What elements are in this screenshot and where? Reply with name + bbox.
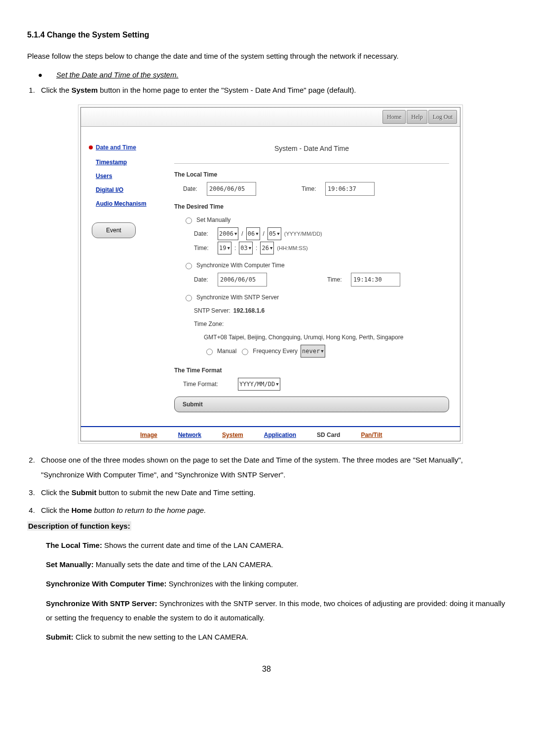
- label: Time Format:: [183, 378, 235, 390]
- text: Click the: [41, 488, 72, 497]
- sntp-server-label: SNTP Server:: [194, 305, 230, 317]
- label: Date:: [194, 228, 215, 240]
- local-time-field: 19:06:37: [325, 182, 375, 196]
- timezone-value: GMT+08 Taipei, Beijing, Chongquing, Urum…: [204, 331, 403, 343]
- computer-time-field: 19:14:30: [351, 273, 400, 287]
- timezone-label: Time Zone:: [194, 318, 224, 330]
- text: button in the home page to enter the "Sy…: [98, 86, 356, 94]
- sntp-manual-label: Manual: [217, 345, 236, 357]
- frequency-select[interactable]: never▼: [301, 345, 325, 358]
- step-2: Choose one of the three modes shown on t…: [37, 453, 506, 482]
- minute-select[interactable]: 03▼: [239, 242, 253, 254]
- bottomnav-application[interactable]: Application: [264, 429, 296, 441]
- step-3: Click the Submit button to submit the ne…: [37, 485, 506, 500]
- chevron-down-icon: ▼: [321, 347, 323, 356]
- text: button to return to the home page.: [92, 506, 206, 514]
- keyword: Home: [72, 506, 92, 514]
- label: Time:: [194, 242, 215, 254]
- mode-computer-label: Synchronize With Computer Time: [196, 259, 285, 271]
- chevron-down-icon: ▼: [276, 380, 278, 389]
- local-time-label: The Local Time: [174, 169, 449, 180]
- definition: Synchronizes with the linking computer.: [167, 579, 299, 588]
- sidebar: Date and Time Timestamp Users Digital I/…: [81, 127, 171, 426]
- keyword: Submit: [72, 488, 97, 497]
- definition: Manually sets the date and time of the L…: [94, 560, 273, 569]
- sntp-manual-radio[interactable]: [206, 349, 213, 355]
- sidebar-item-audio[interactable]: Audio Mechanism: [96, 198, 165, 210]
- home-button[interactable]: Home: [382, 110, 406, 124]
- text: button to submit the new Date and Time s…: [97, 488, 256, 497]
- time-hint: (HH:MM:SS): [277, 243, 307, 253]
- term: The Local Time:: [46, 541, 102, 549]
- help-button[interactable]: Help: [407, 110, 427, 124]
- time-format-select[interactable]: YYYY/MM/DD▼: [238, 378, 280, 391]
- term: Set Manually:: [46, 560, 94, 569]
- mode-computer-radio[interactable]: [186, 263, 192, 269]
- local-date-field: 2006/06/05: [207, 182, 256, 196]
- mode-manual-label: Set Manually: [196, 214, 230, 226]
- label: Time:: [302, 183, 322, 195]
- section-heading: 5.1.4 Change the System Setting: [27, 30, 506, 40]
- second-select[interactable]: 26▼: [260, 242, 274, 254]
- screenshot-figure: Home Help Log Out Date and Time Timestam…: [78, 105, 463, 444]
- top-bar: Home Help Log Out: [81, 108, 460, 127]
- hour-select[interactable]: 19▼: [218, 242, 231, 254]
- sntp-server-value: 192.168.1.6: [233, 305, 265, 317]
- main-panel: System - Date And Time The Local Time Da…: [171, 127, 460, 426]
- text: Click the: [41, 86, 72, 94]
- sidebar-item-timestamp[interactable]: Timestamp: [96, 156, 165, 168]
- bottom-nav: Image Network System Application SD Card…: [81, 426, 460, 441]
- bullet-list: Set the Date and Time of the system.: [27, 70, 506, 80]
- sntp-frequency-label: Frequency Every: [253, 345, 298, 357]
- term: Synchronize With Computer Time:: [46, 579, 167, 588]
- keyword: System: [72, 86, 98, 94]
- chevron-down-icon: ▼: [249, 244, 251, 252]
- chevron-down-icon: ▼: [234, 229, 237, 238]
- chevron-down-icon: ▼: [277, 229, 279, 238]
- label: Date:: [194, 274, 215, 286]
- bullet-item: Set the Date and Time of the system.: [56, 71, 179, 79]
- bottomnav-system[interactable]: System: [222, 429, 243, 441]
- label: Date:: [183, 183, 204, 195]
- intro-paragraph: Please follow the steps below to change …: [27, 49, 506, 64]
- bottomnav-network[interactable]: Network: [178, 429, 201, 441]
- chevron-down-icon: ▼: [227, 244, 229, 252]
- step-4: Click the Home button to return to the h…: [37, 503, 506, 518]
- term: Submit:: [46, 633, 74, 641]
- computer-date-field: 2006/06/05: [218, 273, 267, 287]
- sntp-frequency-radio[interactable]: [242, 349, 248, 355]
- sidebar-item-digitalio[interactable]: Digital I/O: [96, 184, 165, 196]
- bottomnav-sdcard[interactable]: SD Card: [317, 429, 340, 441]
- month-select[interactable]: 06▼: [246, 227, 260, 240]
- term: Synchronize With SNTP Server:: [46, 599, 157, 608]
- page-title: System - Date And Time: [174, 142, 449, 155]
- mode-manual-radio[interactable]: [186, 217, 192, 224]
- event-button[interactable]: Event: [92, 222, 136, 238]
- definition: Click to submit the new setting to the L…: [74, 633, 248, 641]
- mode-sntp-radio[interactable]: [186, 295, 192, 301]
- page-number: 38: [27, 664, 506, 675]
- date-hint: (YYYY/MM/DD): [284, 228, 322, 239]
- definition: Shows the current date and time of the L…: [102, 541, 284, 549]
- step-1: Click the System button in the home page…: [37, 83, 506, 444]
- bullet-icon: [89, 145, 93, 149]
- text: Click the: [41, 506, 72, 514]
- sidebar-item-datetime[interactable]: Date and Time: [96, 142, 136, 153]
- label: Time:: [327, 274, 348, 286]
- description-list: The Local Time: Shows the current date a…: [46, 538, 506, 645]
- chevron-down-icon: ▼: [256, 229, 258, 238]
- chevron-down-icon: ▼: [270, 244, 272, 252]
- time-format-label: The Time Format: [174, 364, 449, 376]
- description-heading: Description of function keys:: [27, 521, 131, 531]
- desired-time-label: The Desired Time: [174, 201, 449, 213]
- sidebar-item-users[interactable]: Users: [96, 170, 165, 182]
- day-select[interactable]: 05▼: [267, 227, 281, 240]
- year-select[interactable]: 2006▼: [218, 227, 238, 240]
- logout-button[interactable]: Log Out: [428, 110, 457, 124]
- submit-button[interactable]: Submit: [174, 396, 449, 412]
- steps-list: Click the System button in the home page…: [27, 83, 506, 518]
- bottomnav-image[interactable]: Image: [140, 429, 157, 441]
- mode-sntp-label: Synchronize With SNTP Server: [196, 291, 279, 303]
- bottomnav-pantilt[interactable]: Pan/Tilt: [361, 429, 382, 441]
